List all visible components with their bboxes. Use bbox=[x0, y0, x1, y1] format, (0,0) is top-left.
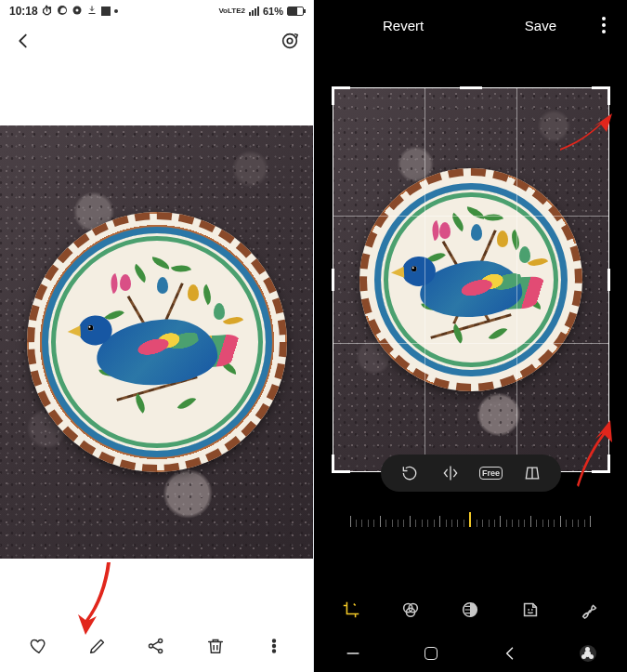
heart-icon bbox=[29, 636, 49, 656]
download-icon bbox=[86, 5, 98, 19]
svg-point-7 bbox=[159, 649, 163, 652]
aspect-ratio-label: Free bbox=[479, 467, 503, 480]
svg-point-15 bbox=[528, 609, 529, 611]
ruler-ticks bbox=[350, 503, 592, 527]
crop-handle-mt[interactable] bbox=[460, 86, 482, 89]
crop-handle-tr[interactable] bbox=[592, 86, 610, 105]
android-navbar bbox=[314, 635, 627, 672]
flip-button[interactable] bbox=[438, 461, 463, 485]
rotate-ccw-icon bbox=[400, 464, 419, 482]
sticker-icon bbox=[520, 600, 541, 620]
perspective-icon bbox=[523, 464, 542, 482]
crop-stage[interactable]: Free bbox=[314, 50, 627, 585]
draw-icon bbox=[580, 600, 600, 620]
svg-point-3 bbox=[283, 34, 297, 48]
more-vertical-icon bbox=[264, 636, 284, 656]
editor-appbar: Revert Save bbox=[314, 0, 627, 50]
nav-recents[interactable] bbox=[325, 640, 381, 666]
crop-handle-tl[interactable] bbox=[332, 86, 350, 105]
home-icon bbox=[425, 647, 438, 660]
perspective-button[interactable] bbox=[520, 461, 544, 485]
nav-back[interactable] bbox=[482, 640, 538, 666]
svg-point-2 bbox=[75, 8, 78, 11]
status-bar: 10:18 ⏱ VoLTE2 61% bbox=[0, 0, 313, 22]
svg-point-6 bbox=[159, 639, 163, 642]
accessibility-icon bbox=[580, 645, 596, 662]
more-notifications-dot bbox=[114, 9, 118, 13]
transform-pill: Free bbox=[381, 455, 561, 492]
rotate-angle-slider[interactable] bbox=[350, 503, 592, 527]
crop-handle-ml[interactable] bbox=[332, 269, 334, 291]
bixby-vision-icon bbox=[280, 31, 300, 51]
nav-accessibility[interactable] bbox=[560, 640, 616, 666]
svg-point-9 bbox=[273, 645, 276, 648]
svg-point-16 bbox=[531, 609, 533, 611]
tone-icon bbox=[460, 600, 480, 620]
whatsapp-icon bbox=[57, 5, 68, 19]
battery-icon bbox=[287, 7, 304, 16]
crop-handle-bl[interactable] bbox=[332, 455, 350, 473]
crop-handle-mr[interactable] bbox=[607, 269, 610, 291]
back-button[interactable] bbox=[13, 31, 33, 55]
mode-filters[interactable] bbox=[392, 591, 429, 628]
mode-tone[interactable] bbox=[451, 591, 489, 628]
pencil-icon bbox=[87, 636, 108, 656]
battery-pct: 61% bbox=[263, 6, 283, 17]
save-button[interactable]: Save bbox=[525, 18, 556, 33]
delete-button[interactable] bbox=[195, 626, 236, 666]
mode-stickers[interactable] bbox=[512, 591, 549, 628]
nav-home[interactable] bbox=[403, 640, 459, 666]
bixby-vision-button[interactable] bbox=[280, 31, 300, 55]
network-label: VoLTE2 bbox=[218, 7, 245, 15]
editor-mode-bar bbox=[314, 585, 627, 635]
back-icon bbox=[501, 644, 519, 663]
editor-view: Revert Save bbox=[314, 0, 627, 672]
editor-more-button[interactable] bbox=[594, 17, 614, 33]
gallery-appbar bbox=[0, 22, 313, 63]
recents-icon bbox=[344, 644, 362, 663]
svg-point-4 bbox=[287, 38, 293, 44]
svg-point-8 bbox=[273, 639, 276, 642]
rotate-button[interactable] bbox=[398, 461, 422, 485]
gallery-bottom-bar bbox=[0, 620, 313, 672]
gallery-view: 10:18 ⏱ VoLTE2 61% bbox=[0, 0, 314, 672]
crop-frame[interactable] bbox=[333, 87, 609, 472]
aspect-ratio-button[interactable]: Free bbox=[479, 461, 503, 485]
trash-icon bbox=[205, 636, 226, 656]
share-icon bbox=[146, 636, 166, 656]
mode-transform[interactable] bbox=[333, 591, 370, 628]
revert-button[interactable]: Revert bbox=[383, 18, 424, 33]
chevron-left-icon bbox=[13, 31, 33, 51]
status-time: 10:18 bbox=[9, 5, 38, 18]
share-button[interactable] bbox=[136, 626, 176, 666]
ruler-center-marker bbox=[469, 512, 471, 527]
signal-icon bbox=[249, 7, 259, 16]
favorite-button[interactable] bbox=[19, 626, 59, 666]
clock-icon: ⏱ bbox=[42, 5, 53, 18]
crop-handle-br[interactable] bbox=[592, 455, 610, 473]
disc-icon bbox=[72, 5, 83, 19]
edit-button[interactable] bbox=[77, 626, 118, 666]
square-icon bbox=[101, 7, 111, 16]
filters-icon bbox=[400, 600, 421, 620]
photo-subject-plate bbox=[27, 212, 287, 472]
crop-rotate-icon bbox=[341, 600, 361, 620]
svg-point-10 bbox=[273, 650, 276, 652]
photo bbox=[0, 125, 313, 559]
mode-draw[interactable] bbox=[571, 591, 608, 628]
svg-point-5 bbox=[150, 644, 153, 648]
more-vertical-icon bbox=[594, 17, 614, 33]
flip-horizontal-icon bbox=[441, 464, 460, 482]
photo-viewport[interactable] bbox=[0, 63, 313, 620]
more-button[interactable] bbox=[254, 626, 294, 666]
